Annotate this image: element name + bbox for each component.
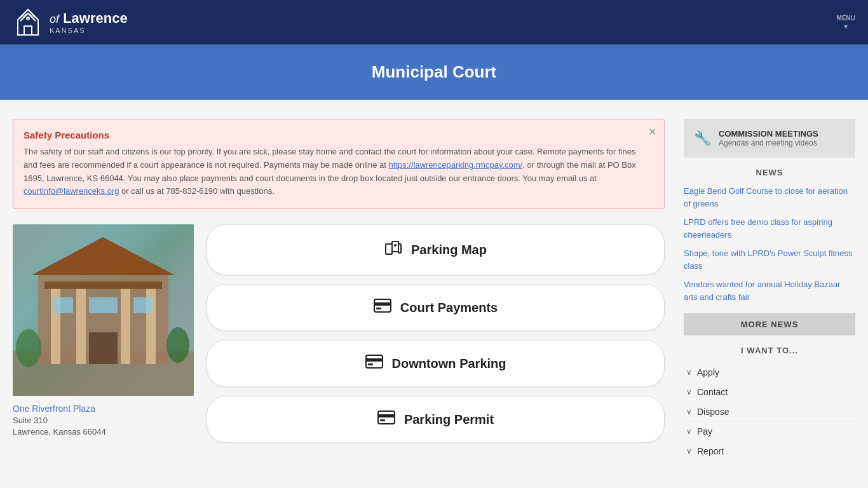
svg-rect-29	[380, 419, 385, 421]
safety-alert-body: The safety of our staff and citizens is …	[24, 146, 641, 198]
svg-rect-19	[398, 244, 401, 253]
main-content: Safety Precautions The safety of our sta…	[0, 100, 868, 480]
chevron-icon: ∨	[686, 427, 692, 436]
i-want-pay[interactable]: ∨ Pay	[684, 422, 855, 442]
alert-link-1[interactable]: https://lawrenceparking.rmcpay.com/	[389, 160, 523, 170]
i-want-dispose[interactable]: ∨ Dispose	[684, 402, 855, 422]
logo-of: of	[50, 13, 59, 25]
parking-map-label: Parking Map	[411, 243, 487, 257]
svg-rect-12	[89, 297, 118, 313]
svg-rect-17	[386, 244, 392, 254]
parking-permit-label: Parking Permit	[404, 412, 494, 427]
i-want-header: I WANT TO...	[684, 346, 855, 355]
action-buttons: Parking Map Court Payments	[207, 224, 665, 443]
page-banner: Municipal Court	[0, 44, 868, 100]
safety-alert: Safety Precautions The safety of our sta…	[13, 119, 665, 209]
i-want-report-label: Report	[697, 446, 724, 456]
payment-icon-2	[365, 355, 383, 372]
svg-rect-13	[133, 297, 153, 313]
safety-alert-heading: Safety Precautions	[24, 130, 641, 140]
svg-point-1	[26, 17, 30, 20]
logo-state: KANSAS	[50, 27, 128, 34]
chevron-down-icon: ▼	[843, 23, 849, 30]
content-row: One Riverfront Plaza Suite 310 Lawrence,…	[13, 224, 665, 443]
chevron-icon: ∨	[686, 388, 692, 396]
court-payments-label: Court Payments	[400, 301, 498, 315]
alert-text-3: or call us at 785-832-6190 with question…	[119, 186, 274, 196]
svg-point-15	[16, 329, 41, 367]
i-want-report[interactable]: ∨ Report	[684, 442, 855, 461]
commission-widget[interactable]: 🔧 COMMISSION MEETINGS Agendas and meetin…	[684, 119, 855, 158]
right-sidebar: 🔧 COMMISSION MEETINGS Agendas and meetin…	[684, 119, 855, 461]
svg-rect-8	[121, 288, 130, 364]
map-icon	[384, 239, 402, 261]
svg-rect-22	[374, 302, 391, 306]
svg-rect-23	[376, 308, 381, 309]
close-icon[interactable]: ✕	[648, 126, 656, 138]
left-content: Safety Precautions The safety of our sta…	[13, 119, 684, 461]
logo-city-name: Lawrence	[63, 10, 128, 26]
i-want-dispose-label: Dispose	[697, 407, 729, 417]
i-want-apply[interactable]: ∨ Apply	[684, 363, 855, 383]
court-payments-button[interactable]: Court Payments	[207, 284, 665, 331]
more-news-button[interactable]: MORE NEWS	[684, 313, 855, 336]
i-want-contact-label: Contact	[697, 387, 728, 397]
commission-subtitle: Agendas and meeting videos	[719, 139, 818, 147]
news-item[interactable]: Shape, tone with LPRD's Power Sculpt fit…	[684, 247, 855, 272]
i-want-section: I WANT TO... ∨ Apply ∨ Contact ∨ Dispose…	[684, 346, 855, 461]
building-address: One Riverfront Plaza Suite 310 Lawrence,…	[13, 403, 194, 437]
downtown-parking-button[interactable]: Downtown Parking	[207, 340, 665, 387]
menu-button[interactable]: MENU ▼	[837, 15, 855, 30]
wrench-icon: 🔧	[694, 130, 711, 147]
parking-permit-button[interactable]: Parking Permit	[207, 396, 665, 443]
chevron-icon: ∨	[686, 407, 692, 416]
chevron-icon: ∨	[686, 447, 692, 456]
news-item[interactable]: Vendors wanted for annual Holiday Bazaar…	[684, 278, 855, 303]
svg-rect-14	[44, 281, 162, 289]
i-want-apply-label: Apply	[697, 367, 719, 377]
commission-title: COMMISSION MEETINGS	[719, 129, 818, 139]
logo[interactable]: of Lawrence KANSAS	[13, 7, 128, 37]
news-header: NEWS	[684, 168, 855, 177]
payment-icon-3	[377, 410, 395, 428]
news-section: NEWS Eagle Bend Golf Course to close for…	[684, 168, 855, 303]
svg-point-20	[394, 244, 397, 247]
alert-link-2[interactable]: courtinfo@lawrenceks.org	[24, 186, 119, 196]
news-item[interactable]: LPRD offers free demo class for aspiring…	[684, 216, 855, 241]
svg-rect-28	[378, 414, 395, 417]
menu-label: MENU	[837, 15, 855, 22]
building-section: One Riverfront Plaza Suite 310 Lawrence,…	[13, 224, 194, 437]
i-want-pay-label: Pay	[697, 426, 712, 437]
payment-icon-1	[374, 299, 391, 316]
svg-rect-25	[366, 358, 383, 362]
chevron-icon: ∨	[686, 368, 692, 377]
address-link[interactable]: One Riverfront Plaza	[13, 403, 95, 414]
svg-rect-11	[54, 297, 73, 313]
site-header: of Lawrence KANSAS MENU ▼	[0, 0, 868, 44]
parking-map-button[interactable]: Parking Map	[207, 224, 665, 275]
page-title: Municipal Court	[0, 62, 868, 82]
svg-rect-10	[89, 332, 118, 364]
svg-point-16	[166, 327, 189, 363]
downtown-parking-label: Downtown Parking	[392, 356, 506, 371]
svg-rect-26	[368, 363, 373, 365]
i-want-contact[interactable]: ∨ Contact	[684, 383, 855, 402]
news-item[interactable]: Eagle Bend Golf Course to close for aera…	[684, 185, 855, 210]
address-suite: Suite 310	[13, 416, 194, 425]
building-image	[13, 224, 194, 396]
svg-rect-7	[76, 288, 86, 364]
address-city: Lawrence, Kansas 66044	[13, 427, 194, 437]
